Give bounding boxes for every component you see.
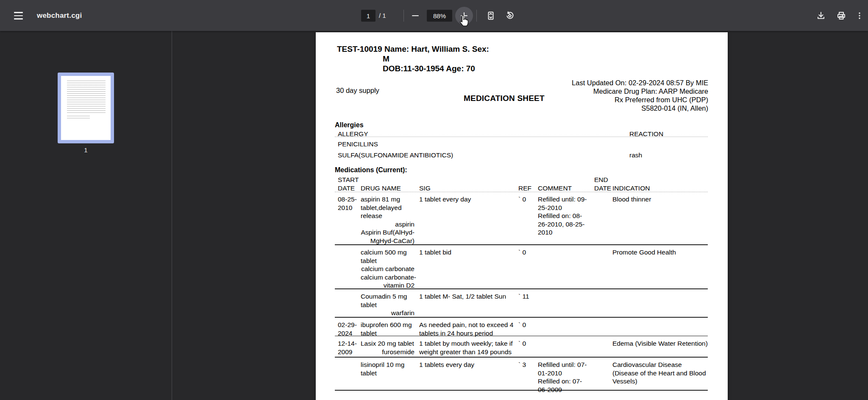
cell-comment: Refilled until: 09-25-2010Refilled on: 0… xyxy=(538,195,595,237)
page-number-input[interactable] xyxy=(361,10,376,22)
drug-generic-name: warfarin xyxy=(361,309,415,317)
drug-generic-name: furosemide xyxy=(361,348,415,356)
allergies-divider xyxy=(335,137,708,137)
rotate-button[interactable] xyxy=(502,8,517,23)
table-row: 08-25-2010 aspirin 81 mgtablet,delayedre… xyxy=(335,192,708,245)
toolbar-divider xyxy=(476,10,477,22)
drug-brand-name: Coumadin 5 mgtablet xyxy=(361,292,415,309)
cell-drug-name: aspirin 81 mgtablet,delayedrelease aspir… xyxy=(361,195,415,245)
page-thumbnail[interactable] xyxy=(58,73,114,143)
cell-ref: ` 3 xyxy=(518,361,537,369)
patient-sex-value: M xyxy=(383,54,389,64)
print-icon xyxy=(837,11,846,20)
col-drug-name: DRUG NAME xyxy=(361,184,401,193)
drug-plan-line3: S5820-014 (IN, Allen) xyxy=(572,104,708,112)
cell-sig: 1 tablet every day xyxy=(419,195,518,204)
cell-start-date: 08-25-2010 xyxy=(338,195,360,212)
cell-sig: As needed pain, not to exceed 4tablets i… xyxy=(419,321,518,337)
cell-indication: Blood thinner xyxy=(612,195,709,204)
allergies-heading: Allergies xyxy=(335,121,364,129)
drug-generic-name: aspirinAspirin Buf(AlHyd-MgHyd-CaCar) xyxy=(361,220,415,245)
cell-ref: ` 11 xyxy=(518,292,537,301)
cell-sig: 1 tablet by mouth weekly; take ifweight … xyxy=(419,339,518,356)
kebab-menu-icon xyxy=(855,11,864,20)
cell-start-date: 02-29-2024 xyxy=(338,321,360,337)
last-updated-line: Last Updated On: 02-29-2024 08:57 By MIE xyxy=(572,78,708,87)
col-start-top: START xyxy=(338,176,359,184)
allergies-rows: PENICILLINS SULFA(SULFONAMIDE ANTIBIOTIC… xyxy=(335,139,708,161)
col-start-date: DATE xyxy=(338,184,355,193)
drug-generic-name: calcium carbonatecalcium carbonate-vitam… xyxy=(361,265,415,290)
zoom-in-button[interactable] xyxy=(455,7,473,25)
cell-ref: ` 0 xyxy=(518,321,537,329)
cell-start-date: 12-14-2009 xyxy=(338,339,360,356)
download-button[interactable] xyxy=(813,8,829,23)
supply-note: 30 day supply xyxy=(336,87,379,95)
print-button[interactable] xyxy=(834,8,849,23)
cell-drug-name: lisinopril 10 mgtablet xyxy=(361,361,415,377)
cell-sig: 1 tablet M- Sat, 1/2 tablet Sun xyxy=(419,292,518,301)
table-row: 02-29-2024 ibuprofen 600 mgtablet As nee… xyxy=(335,318,708,336)
drug-brand-name: lisinopril 10 mgtablet xyxy=(361,361,415,377)
cell-indication: Edema (Visible Water Retention) xyxy=(612,339,709,348)
allergy-reaction: rash xyxy=(629,151,642,159)
cell-ref: ` 0 xyxy=(518,195,537,204)
allergy-name: SULFA(SULFONAMIDE ANTIBIOTICS) xyxy=(338,151,453,159)
drug-brand-name: Lasix 20 mg tablet xyxy=(361,339,415,348)
cell-comment: Refilled until: 07-01-2010Refilled on: 0… xyxy=(538,361,595,394)
pdf-toolbar: webchart.cgi / 1 88% xyxy=(0,0,868,31)
document-title: MEDICATION SHEET xyxy=(464,94,545,103)
patient-id-name: TEST-10019 Name: Hart, William S. Sex: xyxy=(337,44,489,54)
zoom-level-display: 88% xyxy=(427,10,452,22)
fit-to-page-button[interactable] xyxy=(483,8,498,23)
cell-sig: 1 tablets every day xyxy=(419,361,518,369)
allergy-row: PENICILLINS xyxy=(335,139,708,150)
document-meta: Last Updated On: 02-29-2024 08:57 By MIE… xyxy=(572,78,708,112)
zoom-out-button[interactable] xyxy=(408,8,423,23)
table-row: Coumadin 5 mgtablet warfarin 1 tablet M-… xyxy=(335,289,708,318)
thumbnail-page-number: 1 xyxy=(58,146,114,154)
table-row: 12-14-2009 Lasix 20 mg tablet furosemide… xyxy=(335,336,708,358)
col-end-top: END xyxy=(594,176,608,184)
download-icon xyxy=(816,11,826,20)
allergies-header-row: ALLERGY REACTION xyxy=(335,130,708,138)
document-page: TEST-10019 Name: Hart, William S. Sex: M… xyxy=(316,32,728,400)
cell-drug-name: Coumadin 5 mgtablet warfarin xyxy=(361,292,415,317)
plus-icon xyxy=(460,11,468,20)
drug-brand-name: ibuprofen 600 mgtablet xyxy=(361,321,415,337)
medications-heading: Medications (Current): xyxy=(335,166,407,174)
cell-indication: Promote Good Health xyxy=(612,248,709,257)
drug-plan-line: Medicare Drug Plan: AARP Medicare xyxy=(572,87,708,95)
toolbar-title: webchart.cgi xyxy=(37,0,82,31)
drug-brand-name: aspirin 81 mgtablet,delayedrelease xyxy=(361,195,415,220)
menu-icon[interactable] xyxy=(11,8,25,23)
table-row: calcium 500 mgtablet calcium carbonateca… xyxy=(335,245,708,289)
col-indication: INDICATION xyxy=(612,184,650,193)
table-row: lisinopril 10 mgtablet 1 tablets every d… xyxy=(335,358,708,391)
toolbar-divider xyxy=(403,10,404,22)
minus-icon xyxy=(411,11,420,20)
cell-sig: 1 tablet bid xyxy=(419,248,518,257)
cell-drug-name: calcium 500 mgtablet calcium carbonateca… xyxy=(361,248,415,290)
fit-page-icon xyxy=(486,11,495,20)
allergy-name: PENICILLINS xyxy=(338,140,378,148)
rotate-ccw-icon xyxy=(505,11,515,20)
pdf-viewer-area: TEST-10019 Name: Hart, William S. Sex: M… xyxy=(172,31,868,400)
patient-dob-age: DOB:11-30-1954 Age: 70 xyxy=(383,64,475,73)
cell-ref: ` 0 xyxy=(518,339,537,348)
allergy-row: SULFA(SULFONAMIDE ANTIBIOTICS) rash xyxy=(335,150,708,161)
medications-rows: 08-25-2010 aspirin 81 mgtablet,delayedre… xyxy=(335,192,708,391)
drug-plan-line2: Rx Preferred from UHC (PDP) xyxy=(572,95,708,104)
col-comment: COMMENT xyxy=(538,184,572,193)
thumbnail-page-preview xyxy=(61,76,111,140)
cell-ref: ` 0 xyxy=(518,248,537,257)
medications-header-row: START END DATE DRUG NAME SIG REF COMMENT… xyxy=(335,176,708,192)
cell-drug-name: Lasix 20 mg tablet furosemide xyxy=(361,339,415,356)
col-sig: SIG xyxy=(419,184,431,193)
col-ref: REF xyxy=(518,184,531,193)
cell-drug-name: ibuprofen 600 mgtablet xyxy=(361,321,415,337)
cell-indication: Cardiovascular Disease(Disease of the He… xyxy=(612,361,709,386)
thumbnail-sidebar: 1 xyxy=(0,31,172,400)
drug-brand-name: calcium 500 mgtablet xyxy=(361,248,415,265)
more-options-button[interactable] xyxy=(853,8,866,23)
